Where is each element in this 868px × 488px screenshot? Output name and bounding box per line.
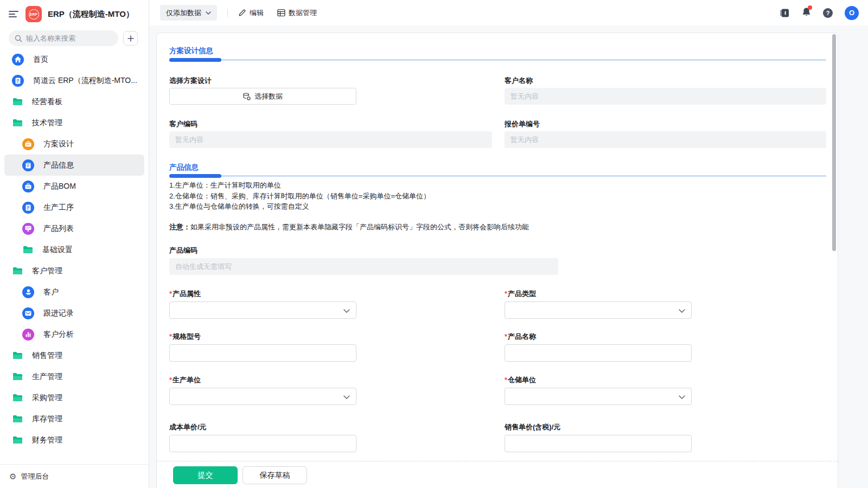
- sidebar-item-inventory-management[interactable]: 库存管理: [4, 408, 144, 429]
- app-title: ERP（流程制造-MTO）: [48, 9, 134, 20]
- folder-icon: [12, 98, 23, 106]
- sidebar-item-label: 销售管理: [32, 351, 62, 361]
- folder-icon: [22, 246, 33, 254]
- sidebar-item-label: 经营看板: [32, 97, 62, 107]
- clipboard-icon: [22, 159, 34, 171]
- customer-code-field: 暂无内容: [169, 131, 492, 148]
- product-type-select[interactable]: [505, 301, 692, 319]
- sidebar-item-production-management[interactable]: 生产管理: [4, 366, 144, 387]
- sidebar-item-finance-management[interactable]: 财务管理: [4, 429, 144, 451]
- topbar: 仅添加数据 编辑 数据管理 ? O: [149, 0, 868, 25]
- bar-chart-icon: [22, 329, 34, 341]
- field-label-cost-price: 成本单价/元: [169, 423, 207, 431]
- mode-dropdown-button[interactable]: 仅添加数据: [160, 5, 217, 21]
- sidebar-item-label: 产品BOM: [43, 182, 76, 191]
- sidebar-item-label: 库存管理: [32, 414, 62, 424]
- admin-backend-label: 管理后台: [21, 472, 49, 481]
- edit-button[interactable]: 编辑: [238, 8, 264, 18]
- sidebar-header: ERP ERP（流程制造-MTO）: [0, 0, 149, 26]
- product-code-field: 自动生成无需填写: [169, 258, 558, 275]
- sidebar-item-sales-management[interactable]: 销售管理: [4, 345, 144, 366]
- notifications-button[interactable]: [802, 7, 811, 19]
- field-label-customer-code: 客户编码: [169, 120, 197, 128]
- cost-price-input[interactable]: [169, 435, 356, 452]
- sidebar-item-customer-management[interactable]: 客户管理: [4, 260, 144, 281]
- sidebar-item-label: 首页: [33, 55, 48, 65]
- sidebar-item-label: 跟进记录: [43, 309, 74, 318]
- folder-icon: [12, 415, 23, 423]
- sidebar-item-product-info[interactable]: 产品信息: [4, 155, 144, 176]
- panel-toggle-icon[interactable]: [780, 8, 790, 18]
- field-label-customer-name: 客户名称: [505, 76, 533, 85]
- add-button[interactable]: [123, 31, 138, 46]
- toolbar-divider: [227, 9, 228, 17]
- save-draft-button[interactable]: 保存草稿: [242, 466, 307, 484]
- sidebar-item-scheme-design[interactable]: 方案设计: [4, 133, 144, 155]
- user-icon: [22, 286, 34, 298]
- table-icon: [277, 9, 285, 17]
- product-unit-notes: 1.生产单位：生产计算时取用的单位 2.仓储单位：销售、采购、库存计算时取用的单…: [169, 180, 430, 212]
- document-icon: [12, 75, 24, 87]
- data-manage-button[interactable]: 数据管理: [277, 8, 317, 18]
- spec-model-input[interactable]: [169, 344, 356, 362]
- form-card: 方案设计信息 选择方案设计 选择数据 客户名称 暂无内容 客户编码 暂无内容 报…: [156, 33, 838, 488]
- home-icon: [12, 54, 24, 66]
- data-manage-label: 数据管理: [289, 8, 317, 18]
- sidebar-item-label: 生产工序: [43, 203, 74, 213]
- help-icon[interactable]: ?: [823, 8, 833, 18]
- sidebar-item-customer[interactable]: 客户: [4, 281, 144, 303]
- select-data-button[interactable]: 选择数据: [169, 88, 356, 105]
- field-label-product-attribute: *产品属性: [169, 290, 201, 298]
- search-input[interactable]: 输入名称来搜索: [9, 30, 118, 46]
- sidebar-item-purchase-management[interactable]: 采购管理: [4, 387, 144, 408]
- folder-icon: [12, 394, 23, 402]
- vertical-scrollbar[interactable]: [832, 34, 836, 251]
- collapse-menu-icon[interactable]: [9, 11, 20, 17]
- sidebar-item-tech-management[interactable]: 技术管理: [4, 112, 144, 133]
- sidebar-item-label: 方案设计: [43, 139, 74, 149]
- sidebar-item-followup-records[interactable]: 跟进记录: [4, 303, 144, 324]
- folder-icon: [12, 351, 23, 359]
- sidebar-item-label: 产品信息: [43, 160, 74, 170]
- sidebar-item-jdy-erp[interactable]: 简道云 ERP（流程制造-MTO...: [4, 70, 144, 91]
- sidebar-item-business-dashboard[interactable]: 经营看板: [4, 91, 144, 112]
- section-title-scheme-design: 方案设计信息: [169, 46, 213, 56]
- select-data-label: 选择数据: [254, 92, 283, 101]
- sidebar-item-label: 客户: [43, 287, 59, 297]
- document-icon: [22, 202, 34, 214]
- product-name-input[interactable]: [505, 344, 692, 362]
- sidebar-item-label: 客户分析: [43, 330, 74, 339]
- sidebar-item-label: 采购管理: [32, 393, 62, 403]
- database-icon: [243, 93, 251, 100]
- sidebar-item-basic-settings[interactable]: 基础设置: [4, 239, 144, 260]
- storage-unit-select[interactable]: [505, 388, 692, 405]
- field-label-quote-no: 报价单编号: [505, 120, 540, 128]
- pencil-icon: [238, 9, 246, 17]
- sidebar-item-production-process[interactable]: 生产工序: [4, 197, 144, 218]
- admin-backend-button[interactable]: ⚙ 管理后台: [0, 464, 149, 488]
- sidebar-item-product-bom[interactable]: 产品BOM: [4, 176, 144, 197]
- chevron-down-icon: [343, 309, 350, 313]
- folder-icon: [12, 436, 23, 444]
- sidebar: ERP ERP（流程制造-MTO） 输入名称来搜索 首页 简道云 ERP（流程制…: [0, 0, 149, 488]
- submit-button[interactable]: 提交: [173, 466, 238, 484]
- sidebar-item-product-list[interactable]: 产品列表: [4, 218, 144, 239]
- app-logo: ERP: [25, 6, 42, 22]
- briefcase-icon: [22, 138, 34, 150]
- sidebar-item-label: 生产管理: [32, 372, 62, 382]
- sidebar-item-home[interactable]: 首页: [4, 49, 144, 70]
- section-title-product-info: 产品信息: [169, 163, 199, 172]
- avatar[interactable]: O: [845, 6, 859, 20]
- field-label-select-design: 选择方案设计: [169, 76, 212, 85]
- folder-icon: [12, 119, 23, 127]
- field-label-product-code: 产品编码: [169, 246, 197, 254]
- sidebar-item-label: 简道云 ERP（流程制造-MTO...: [33, 76, 137, 86]
- sidebar-item-label: 产品列表: [43, 224, 74, 234]
- progress-bar: [169, 58, 826, 62]
- search-icon: [15, 35, 22, 42]
- production-unit-select[interactable]: [169, 388, 356, 405]
- monitor-icon: [22, 223, 34, 235]
- sidebar-item-customer-analysis[interactable]: 客户分析: [4, 324, 144, 345]
- product-attribute-select[interactable]: [169, 301, 356, 319]
- sales-price-input[interactable]: [505, 435, 692, 452]
